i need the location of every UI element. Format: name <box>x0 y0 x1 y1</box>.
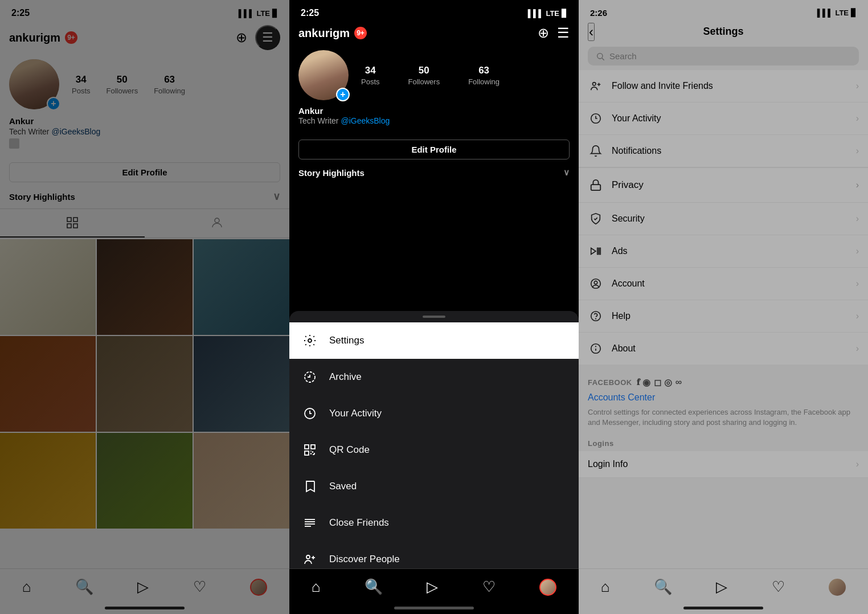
network-icon-p1: LTE <box>256 9 270 18</box>
menu-item-saved-label: Saved <box>329 481 357 492</box>
menu-item-archive-label: Archive <box>329 371 362 383</box>
notifications-icon <box>588 143 604 159</box>
settings-list: Follow and Invite Friends › Your Activit… <box>579 70 868 365</box>
menu-item-qr[interactable]: QR Code <box>289 432 579 468</box>
search-icon-p3[interactable]: 🔍 <box>654 578 672 596</box>
photo-cell-5[interactable] <box>97 336 193 432</box>
heart-icon-p3[interactable]: ♡ <box>772 578 785 596</box>
home-icon-p1[interactable]: ⌂ <box>22 578 31 596</box>
chevron-right-icon-help: › <box>856 311 859 321</box>
reels-icon-p1[interactable]: ▷ <box>137 578 149 596</box>
follow-friends-icon <box>588 78 604 94</box>
settings-item-ads[interactable]: Ads › <box>579 235 868 268</box>
bio-link-p2[interactable]: @iGeeksBlog <box>341 116 390 125</box>
profile-avatar-nav-p3[interactable] <box>829 579 846 596</box>
settings-item-privacy[interactable]: Privacy › <box>579 167 868 203</box>
bio-link-p1[interactable]: @iGeeksBlog <box>51 127 100 136</box>
home-indicator-p1 <box>105 607 185 609</box>
search-icon-p1[interactable]: 🔍 <box>75 578 93 596</box>
photo-cell-7[interactable] <box>0 433 96 529</box>
bio-extra-p1 <box>9 138 19 149</box>
settings-item-notifications-label: Notifications <box>612 146 848 156</box>
oculus-icon: ∞ <box>675 377 682 388</box>
menu-item-saved[interactable]: Saved <box>289 468 579 505</box>
settings-item-activity[interactable]: Your Activity › <box>579 103 868 135</box>
notif-badge-p2[interactable]: 9+ <box>354 27 367 39</box>
archive-icon <box>301 368 319 386</box>
svg-rect-37 <box>597 248 599 255</box>
search-bar[interactable]: Search <box>588 47 859 66</box>
settings-item-follow[interactable]: Follow and Invite Friends › <box>579 70 868 103</box>
photo-cell-1[interactable] <box>0 239 96 335</box>
facebook-title: FACEBOOK 𝐟 ◉ ◻ ◎ ∞ <box>588 377 859 388</box>
stat-followers-num-p2: 50 <box>408 65 440 76</box>
reels-icon-p3[interactable]: ▷ <box>716 578 727 596</box>
svg-rect-9 <box>311 445 315 449</box>
settings-item-security[interactable]: Security › <box>579 203 868 235</box>
whatsapp-icon: ◎ <box>664 377 673 388</box>
profile-avatar-nav-p2[interactable] <box>539 579 556 596</box>
stat-posts-p1: 34 Posts <box>72 74 91 96</box>
settings-item-about[interactable]: About › <box>579 333 868 365</box>
menu-item-activity[interactable]: Your Activity <box>289 395 579 432</box>
add-post-button-p2[interactable]: ⊕ <box>538 25 549 41</box>
edit-profile-button-p2[interactable]: Edit Profile <box>298 140 570 159</box>
tab-tagged-p1[interactable] <box>145 209 289 238</box>
status-icons-p2: ▌▌▌ LTE ▊ <box>528 9 567 18</box>
signal-icon-p3: ▌▌▌ <box>817 9 833 17</box>
photo-cell-4[interactable] <box>0 336 96 432</box>
notif-badge-p1[interactable]: 9+ <box>65 31 77 44</box>
avatar-add-btn-p2[interactable]: + <box>336 88 350 101</box>
settings-item-help-label: Help <box>612 311 848 321</box>
username-p2: ankurigm <box>298 27 350 40</box>
stat-followers-num-p1: 50 <box>107 74 138 85</box>
menu-button-p1[interactable]: ☰ <box>255 25 280 50</box>
photo-cell-3[interactable] <box>194 239 289 335</box>
add-post-button-p1[interactable]: ⊕ <box>236 30 247 46</box>
menu-item-archive[interactable]: Archive <box>289 359 579 395</box>
stat-followers-p1: 50 Followers <box>107 74 138 96</box>
settings-item-notifications[interactable]: Notifications › <box>579 135 868 167</box>
menu-item-close-friends-label: Close Friends <box>329 517 389 529</box>
heart-icon-p2[interactable]: ♡ <box>482 578 496 596</box>
profile-avatar-nav-p1[interactable] <box>250 579 267 596</box>
back-button[interactable]: ‹ <box>588 23 595 41</box>
stat-posts-num-p2: 34 <box>361 65 380 76</box>
nav-icons-p2: ⊕ ☰ <box>538 25 570 41</box>
heart-icon-p1[interactable]: ♡ <box>193 578 206 596</box>
svg-point-5 <box>308 339 312 342</box>
grid-tabs-p1 <box>0 208 289 238</box>
reels-icon-p2[interactable]: ▷ <box>427 578 438 596</box>
edit-profile-button-p1[interactable]: Edit Profile <box>9 162 280 182</box>
help-icon <box>588 308 604 324</box>
settings-item-help[interactable]: Help › <box>579 300 868 333</box>
avatar-add-btn-p1[interactable]: + <box>47 97 60 110</box>
photo-cell-6[interactable] <box>194 336 289 432</box>
menu-item-close-friends[interactable]: Close Friends <box>289 505 579 541</box>
battery-icon-p1: ▊ <box>272 9 278 18</box>
svg-point-30 <box>597 53 603 58</box>
menu-open-button-p2[interactable]: ☰ <box>557 25 570 41</box>
home-icon-p2[interactable]: ⌂ <box>312 578 321 596</box>
settings-item-account[interactable]: Account › <box>579 268 868 300</box>
login-info-label: Login Info <box>588 459 848 469</box>
chevron-right-icon-activity: › <box>856 113 859 124</box>
photo-cell-9[interactable] <box>194 433 289 529</box>
settings-item-security-label: Security <box>612 214 848 224</box>
home-icon-p3[interactable]: ⌂ <box>601 578 610 596</box>
stat-posts-num-p1: 34 <box>72 74 91 85</box>
accounts-center-description: Control settings for connected experienc… <box>588 407 859 428</box>
avatar-wrap-p2: + <box>298 50 350 101</box>
menu-item-settings[interactable]: Settings <box>289 322 579 359</box>
accounts-center-link[interactable]: Accounts Center <box>588 388 859 407</box>
search-icon-p2[interactable]: 🔍 <box>365 578 383 596</box>
tab-grid-p1[interactable] <box>0 209 145 238</box>
chevron-down-icon-p1: ∨ <box>273 190 280 203</box>
stat-posts-label-p2: Posts <box>361 77 380 86</box>
photo-cell-2[interactable] <box>97 239 193 335</box>
login-info-item[interactable]: Login Info › <box>579 451 868 478</box>
photo-cell-8[interactable] <box>97 433 193 529</box>
stat-following-label-p2: Following <box>468 77 499 86</box>
about-icon <box>588 341 604 357</box>
settings-item-ads-label: Ads <box>612 246 848 256</box>
